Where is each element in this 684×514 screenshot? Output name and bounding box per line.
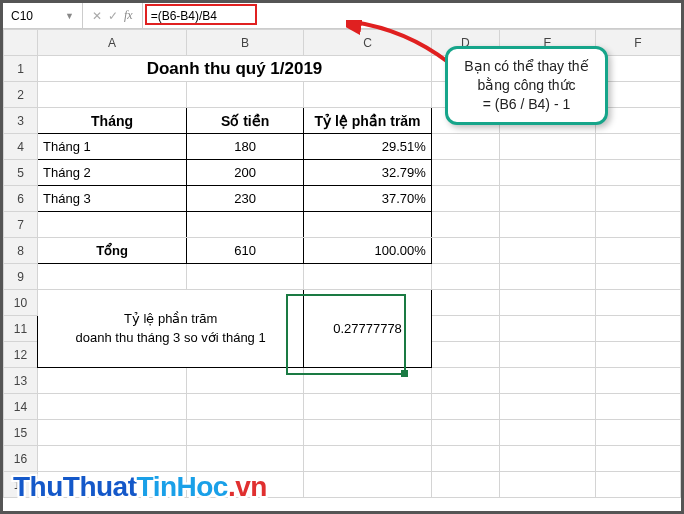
cell-D6[interactable] (431, 186, 499, 212)
cell-D12[interactable] (431, 342, 499, 368)
cell-month-3[interactable]: Tháng 3 (38, 186, 187, 212)
fx-icon[interactable]: fx (124, 8, 133, 23)
cell-F15[interactable] (595, 420, 680, 446)
cell-C15[interactable] (304, 420, 432, 446)
row-header-15[interactable]: 15 (4, 420, 38, 446)
cell-D7[interactable] (431, 212, 499, 238)
cell-F11[interactable] (595, 316, 680, 342)
cell-E14[interactable] (500, 394, 596, 420)
cell-F7[interactable] (595, 212, 680, 238)
row-header-9[interactable]: 9 (4, 264, 38, 290)
accept-icon[interactable]: ✓ (108, 9, 118, 23)
cell-F10[interactable] (595, 290, 680, 316)
cell-A15[interactable] (38, 420, 187, 446)
cell-E8[interactable] (500, 238, 596, 264)
cell-D17[interactable] (431, 472, 499, 498)
cell-total-amount[interactable]: 610 (187, 238, 304, 264)
name-box[interactable]: C10 ▼ (3, 3, 83, 28)
cell-C2[interactable] (304, 82, 432, 108)
cell-D4[interactable] (431, 134, 499, 160)
row-header-11[interactable]: 11 (4, 316, 38, 342)
cell-E16[interactable] (500, 446, 596, 472)
cell-E11[interactable] (500, 316, 596, 342)
row-header-16[interactable]: 16 (4, 446, 38, 472)
cell-E7[interactable] (500, 212, 596, 238)
formula-input[interactable]: =(B6-B4)/B4 (143, 3, 681, 28)
cell-D5[interactable] (431, 160, 499, 186)
merge-label-cell[interactable]: Tỷ lệ phần trăm doanh thu tháng 3 so với… (38, 290, 304, 368)
cell-D16[interactable] (431, 446, 499, 472)
row-header-6[interactable]: 6 (4, 186, 38, 212)
select-all-corner[interactable] (4, 30, 38, 56)
row-header-3[interactable]: 3 (4, 108, 38, 134)
cell-E5[interactable] (500, 160, 596, 186)
cell-E12[interactable] (500, 342, 596, 368)
cell-F2[interactable] (595, 82, 680, 108)
cell-D11[interactable] (431, 316, 499, 342)
cancel-icon[interactable]: ✕ (92, 9, 102, 23)
row-header-14[interactable]: 14 (4, 394, 38, 420)
row-header-1[interactable]: 1 (4, 56, 38, 82)
cell-F1[interactable] (595, 56, 680, 82)
cell-F16[interactable] (595, 446, 680, 472)
cell-E17[interactable] (500, 472, 596, 498)
cell-B14[interactable] (187, 394, 304, 420)
row-header-5[interactable]: 5 (4, 160, 38, 186)
cell-C16[interactable] (304, 446, 432, 472)
col-header-C[interactable]: C (304, 30, 432, 56)
row-header-7[interactable]: 7 (4, 212, 38, 238)
header-amount[interactable]: Số tiền (187, 108, 304, 134)
cell-B7[interactable] (187, 212, 304, 238)
cell-D13[interactable] (431, 368, 499, 394)
title-cell[interactable]: Doanh thu quý 1/2019 (38, 56, 432, 82)
cell-A9[interactable] (38, 264, 187, 290)
row-header-4[interactable]: 4 (4, 134, 38, 160)
cell-F3[interactable] (595, 108, 680, 134)
cell-total-pct[interactable]: 100.00% (304, 238, 432, 264)
cell-total-label[interactable]: Tổng (38, 238, 187, 264)
cell-amount-3[interactable]: 230 (187, 186, 304, 212)
cell-C14[interactable] (304, 394, 432, 420)
cell-F17[interactable] (595, 472, 680, 498)
cell-A2[interactable] (38, 82, 187, 108)
cell-C9[interactable] (304, 264, 432, 290)
row-header-10[interactable]: 10 (4, 290, 38, 316)
cell-month-2[interactable]: Tháng 2 (38, 160, 187, 186)
cell-D8[interactable] (431, 238, 499, 264)
row-header-12[interactable]: 12 (4, 342, 38, 368)
cell-B15[interactable] (187, 420, 304, 446)
cell-amount-2[interactable]: 200 (187, 160, 304, 186)
row-header-2[interactable]: 2 (4, 82, 38, 108)
col-header-A[interactable]: A (38, 30, 187, 56)
cell-F9[interactable] (595, 264, 680, 290)
cell-D15[interactable] (431, 420, 499, 446)
cell-E9[interactable] (500, 264, 596, 290)
cell-B13[interactable] (187, 368, 304, 394)
cell-C17[interactable] (304, 472, 432, 498)
name-box-dropdown-icon[interactable]: ▼ (65, 11, 74, 21)
cell-E13[interactable] (500, 368, 596, 394)
col-header-B[interactable]: B (187, 30, 304, 56)
cell-C7[interactable] (304, 212, 432, 238)
row-header-13[interactable]: 13 (4, 368, 38, 394)
cell-amount-1[interactable]: 180 (187, 134, 304, 160)
cell-month-1[interactable]: Tháng 1 (38, 134, 187, 160)
cell-A16[interactable] (38, 446, 187, 472)
cell-D9[interactable] (431, 264, 499, 290)
header-month[interactable]: Tháng (38, 108, 187, 134)
header-percent[interactable]: Tỷ lệ phần trăm (304, 108, 432, 134)
cell-D14[interactable] (431, 394, 499, 420)
cell-C13[interactable] (304, 368, 432, 394)
cell-D10[interactable] (431, 290, 499, 316)
cell-E15[interactable] (500, 420, 596, 446)
cell-E4[interactable] (500, 134, 596, 160)
cell-F8[interactable] (595, 238, 680, 264)
cell-B2[interactable] (187, 82, 304, 108)
cell-A13[interactable] (38, 368, 187, 394)
cell-F13[interactable] (595, 368, 680, 394)
merge-value-cell[interactable]: 0.27777778 (304, 290, 432, 368)
cell-E6[interactable] (500, 186, 596, 212)
cell-F4[interactable] (595, 134, 680, 160)
cell-F12[interactable] (595, 342, 680, 368)
cell-B9[interactable] (187, 264, 304, 290)
